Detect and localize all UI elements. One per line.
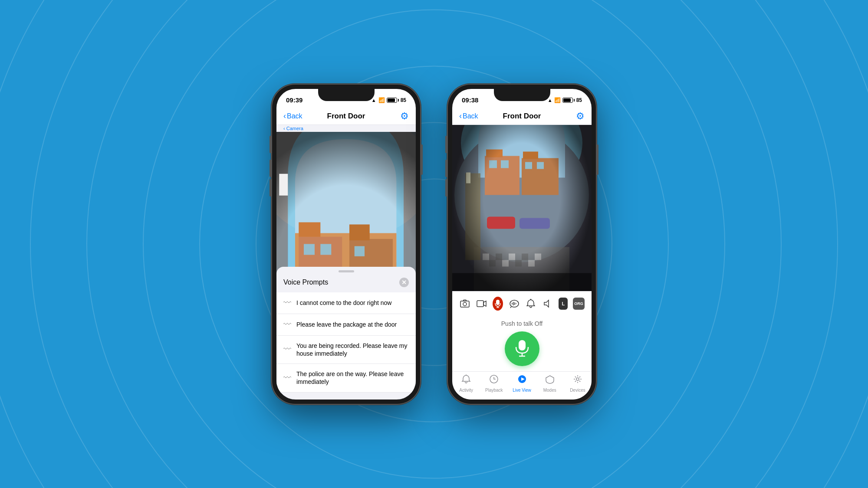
prompt-text-1: I cannot come to the door right now bbox=[296, 299, 391, 307]
back-chevron-right: ‹ bbox=[459, 111, 462, 121]
svg-rect-41 bbox=[452, 273, 592, 291]
nav-bar-left: ‹ Back Front Door ⚙ bbox=[276, 108, 416, 125]
voice-prompts-panel[interactable]: Voice Prompts ✕ 〰 I cannot come to the d… bbox=[276, 267, 416, 400]
tab-modes-label: Modes bbox=[543, 388, 556, 393]
tab-devices[interactable]: Devices bbox=[564, 374, 592, 393]
nav-title-right: Front Door bbox=[490, 112, 554, 121]
ptt-section: Push to talk Off bbox=[452, 316, 592, 371]
tab-playback-icon bbox=[489, 374, 499, 386]
tab-activity-icon bbox=[461, 374, 471, 386]
svg-rect-45 bbox=[496, 300, 500, 305]
user-label-button[interactable]: L bbox=[559, 298, 568, 310]
nav-right-left: ⚙ bbox=[378, 111, 409, 122]
camera-view-left: Voice Prompts ✕ 〰 I cannot come to the d… bbox=[276, 132, 416, 400]
wifi-icon-left: 📶 bbox=[378, 97, 385, 103]
tab-bar-right: Activity Playback Live View bbox=[452, 371, 592, 400]
notch-left bbox=[318, 89, 375, 101]
svg-rect-40 bbox=[452, 125, 592, 291]
prompt-text-2: Please leave the package at the door bbox=[296, 321, 397, 328]
tab-playback[interactable]: Playback bbox=[480, 374, 508, 393]
waveform-icon-1: 〰 bbox=[283, 298, 291, 308]
nav-bar-right: ‹ Back Front Door ⚙ bbox=[452, 108, 592, 125]
status-icons-left: ▲ 📶 85 bbox=[372, 97, 406, 103]
panel-title: Voice Prompts bbox=[283, 278, 328, 286]
toolbar-right: L ORG bbox=[452, 291, 592, 316]
back-chevron-left: ‹ bbox=[283, 111, 286, 121]
prompt-item-2[interactable]: 〰 Please leave the package at the door bbox=[276, 314, 416, 336]
signal-icon-left: ▲ bbox=[372, 98, 377, 103]
fisheye-svg-right bbox=[452, 125, 592, 291]
notch-right bbox=[494, 89, 550, 101]
nav-right-right: ⚙ bbox=[554, 111, 585, 122]
svg-rect-44 bbox=[477, 301, 483, 307]
time-right: 09:38 bbox=[462, 96, 478, 104]
microphone-button[interactable] bbox=[493, 297, 503, 311]
tab-playback-label: Playback bbox=[485, 388, 503, 393]
settings-icon-right[interactable]: ⚙ bbox=[576, 111, 585, 122]
status-icons-right: ▲ 📶 85 bbox=[548, 97, 582, 103]
battery-pct-right: 85 bbox=[576, 97, 582, 103]
org-label-text: ORG bbox=[574, 301, 583, 306]
panel-close-button[interactable]: ✕ bbox=[399, 278, 409, 287]
tab-devices-icon bbox=[573, 374, 582, 386]
settings-icon-left[interactable]: ⚙ bbox=[400, 111, 409, 122]
panel-header: Voice Prompts ✕ bbox=[276, 278, 416, 292]
camera-view-right camera-view-right bbox=[452, 125, 592, 291]
prompt-text-3: You are being recorded. Please leave my … bbox=[296, 342, 409, 357]
prompt-item-1[interactable]: 〰 I cannot come to the door right now bbox=[276, 292, 416, 314]
tab-liveview-icon bbox=[517, 374, 527, 386]
battery-pct-left: 85 bbox=[401, 97, 406, 103]
phone-right: 09:38 ▲ 📶 85 ‹ Back bbox=[447, 84, 597, 405]
svg-point-48 bbox=[510, 300, 519, 307]
waveform-icon-2: 〰 bbox=[283, 320, 291, 329]
svg-rect-42 bbox=[460, 301, 469, 307]
svg-rect-53 bbox=[519, 340, 526, 350]
camera-label: Camera bbox=[286, 126, 303, 131]
time-left: 09:39 bbox=[286, 96, 302, 104]
battery-icon-right bbox=[562, 98, 575, 103]
video-record-button[interactable] bbox=[476, 296, 488, 311]
back-button-right[interactable]: ‹ Back bbox=[459, 111, 490, 121]
camera-back-arrow: ‹ bbox=[283, 126, 286, 131]
waveform-icon-3: 〰 bbox=[283, 345, 291, 354]
tab-activity-label: Activity bbox=[459, 388, 473, 393]
tab-modes-icon bbox=[545, 374, 555, 386]
wifi-icon-right: 📶 bbox=[554, 97, 561, 103]
ptt-label: Push to talk Off bbox=[501, 320, 542, 327]
svg-point-59 bbox=[576, 378, 579, 380]
tab-activity[interactable]: Activity bbox=[452, 374, 480, 393]
waveform-icon-4: 〰 bbox=[283, 373, 291, 383]
nav-title-left: Front Door bbox=[314, 112, 378, 121]
camera-snapshot-button[interactable] bbox=[459, 296, 471, 311]
tab-liveview-label: Live View bbox=[513, 388, 531, 393]
back-button-left[interactable]: ‹ Back bbox=[283, 111, 314, 121]
prompt-item-4[interactable]: 〰 The police are on the way. Please leav… bbox=[276, 364, 416, 392]
camera-subtitle: ‹ Camera bbox=[276, 125, 416, 132]
panel-handle bbox=[339, 270, 354, 272]
battery-icon-left bbox=[387, 98, 399, 103]
svg-point-43 bbox=[463, 302, 467, 306]
back-label-right[interactable]: Back bbox=[463, 112, 478, 120]
user-label-text: L bbox=[562, 301, 565, 306]
org-button[interactable]: ORG bbox=[573, 298, 585, 310]
prompt-item-3[interactable]: 〰 You are being recorded. Please leave m… bbox=[276, 336, 416, 364]
phone-left: 09:39 ▲ 📶 85 ‹ Back bbox=[271, 84, 421, 405]
tab-modes[interactable]: Modes bbox=[536, 374, 564, 393]
tab-devices-label: Devices bbox=[570, 388, 585, 393]
signal-icon-right: ▲ bbox=[548, 98, 552, 103]
voice-prompt-button[interactable] bbox=[508, 296, 520, 311]
phones-container: 09:39 ▲ 📶 85 ‹ Back bbox=[271, 84, 597, 405]
tab-liveview[interactable]: Live View bbox=[508, 374, 536, 393]
back-label-left[interactable]: Back bbox=[287, 112, 302, 120]
bell-button[interactable] bbox=[525, 296, 537, 311]
volume-button[interactable] bbox=[542, 296, 554, 311]
prompt-text-4: The police are on the way. Please leave … bbox=[296, 370, 409, 386]
svg-rect-23 bbox=[279, 174, 288, 195]
ptt-button[interactable] bbox=[505, 331, 539, 366]
